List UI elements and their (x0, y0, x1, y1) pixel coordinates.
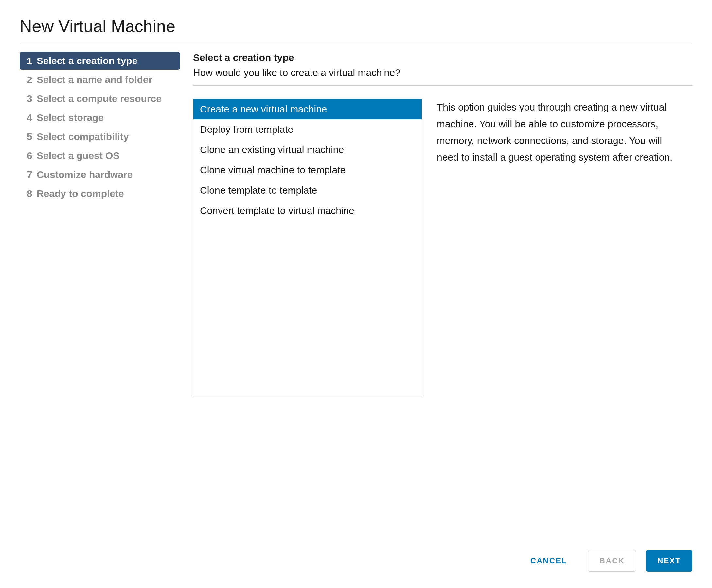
next-button[interactable]: NEXT (646, 550, 692, 572)
wizard-step-label: Customize hardware (37, 169, 133, 180)
wizard-step-label: Select a name and folder (37, 74, 152, 85)
option-clone-vm-to-template[interactable]: Clone virtual machine to template (194, 160, 422, 180)
panel-title: Select a creation type (193, 52, 692, 63)
wizard-step-8[interactable]: 8 Ready to complete (20, 185, 180, 203)
dialog-body: 1 Select a creation type 2 Select a name… (20, 52, 692, 540)
wizard-step-4[interactable]: 4 Select storage (20, 109, 180, 127)
wizard-step-num: 6 (27, 150, 33, 161)
wizard-step-label: Select compatibility (37, 131, 129, 142)
wizard-step-num: 2 (27, 74, 33, 85)
dialog-title: New Virtual Machine (20, 16, 692, 43)
wizard-step-label: Select a creation type (37, 55, 138, 66)
wizard-step-label: Select a guest OS (37, 150, 119, 161)
panel-header: Select a creation type How would you lik… (193, 52, 692, 86)
wizard-step-6[interactable]: 6 Select a guest OS (20, 147, 180, 165)
wizard-step-num: 3 (27, 93, 33, 104)
option-clone-existing-vm[interactable]: Clone an existing virtual machine (194, 140, 422, 160)
cancel-button[interactable]: CANCEL (519, 550, 578, 571)
wizard-step-num: 1 (27, 55, 33, 66)
new-vm-wizard-dialog: New Virtual Machine 1 Select a creation … (0, 0, 712, 588)
option-deploy-from-template[interactable]: Deploy from template (194, 119, 422, 140)
option-description: This option guides you through creating … (437, 99, 692, 540)
wizard-step-label: Select storage (37, 112, 104, 123)
wizard-step-3[interactable]: 3 Select a compute resource (20, 90, 180, 108)
back-button: BACK (588, 550, 636, 572)
wizard-step-num: 4 (27, 112, 33, 123)
main-panel: Select a creation type How would you lik… (193, 52, 692, 540)
option-convert-template-to-vm[interactable]: Convert template to virtual machine (194, 201, 422, 221)
wizard-step-1[interactable]: 1 Select a creation type (20, 52, 180, 70)
wizard-step-label: Ready to complete (37, 188, 124, 199)
wizard-step-num: 5 (27, 131, 33, 142)
option-create-new-vm[interactable]: Create a new virtual machine (194, 99, 422, 119)
wizard-step-7[interactable]: 7 Customize hardware (20, 166, 180, 184)
panel-content: Create a new virtual machine Deploy from… (193, 99, 692, 540)
wizard-step-2[interactable]: 2 Select a name and folder (20, 71, 180, 89)
wizard-step-5[interactable]: 5 Select compatibility (20, 128, 180, 146)
wizard-steps: 1 Select a creation type 2 Select a name… (20, 52, 180, 540)
creation-type-list[interactable]: Create a new virtual machine Deploy from… (193, 99, 422, 396)
dialog-footer: CANCEL BACK NEXT (20, 540, 692, 575)
wizard-step-num: 8 (27, 188, 33, 199)
panel-subtitle: How would you like to create a virtual m… (193, 67, 692, 78)
option-clone-template-to-template[interactable]: Clone template to template (194, 180, 422, 201)
wizard-step-label: Select a compute resource (37, 93, 162, 104)
wizard-step-num: 7 (27, 169, 33, 180)
